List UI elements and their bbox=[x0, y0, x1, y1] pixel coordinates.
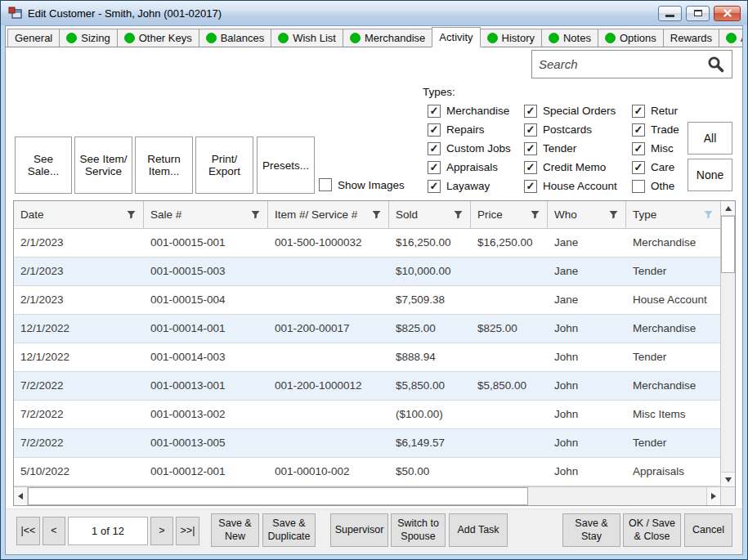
see-sale-button[interactable]: See Sale... bbox=[15, 137, 72, 194]
cell-item bbox=[268, 401, 389, 428]
cell-price bbox=[471, 286, 548, 314]
scroll-up-button[interactable] bbox=[721, 201, 735, 216]
tab-label: Rewards bbox=[670, 32, 712, 44]
table-row[interactable]: 7/2/2022001-00013-001001-200-1000012$5,8… bbox=[14, 372, 720, 401]
tab-other-keys[interactable]: Other Keys bbox=[117, 29, 199, 47]
vertical-scrollbar[interactable] bbox=[720, 201, 735, 486]
switch-to-spouse-button[interactable]: Switch to Spouse bbox=[391, 513, 446, 547]
save-and-new-button[interactable]: Save & New bbox=[211, 513, 259, 547]
tab-appointments[interactable]: Appointments bbox=[719, 29, 743, 47]
maximize-button[interactable] bbox=[686, 6, 710, 21]
column-header-price[interactable]: Price bbox=[471, 201, 548, 228]
table-row[interactable]: 12/1/2022001-00014-003$888.94JohnTender bbox=[14, 343, 720, 372]
table-row[interactable]: 2/1/2023001-00015-003$10,000.00JaneTende… bbox=[14, 258, 720, 286]
checkbox[interactable] bbox=[428, 180, 441, 193]
ok-save-close-button[interactable]: OK / Save & Close bbox=[623, 513, 681, 547]
column-header-item-service[interactable]: Item #/ Service # bbox=[268, 201, 389, 228]
table-row[interactable]: 2/1/2023001-00015-004$7,509.38JaneHouse … bbox=[14, 286, 720, 315]
tab-options[interactable]: Options bbox=[598, 29, 664, 47]
type-returns[interactable]: Retur bbox=[632, 101, 686, 120]
checkbox[interactable] bbox=[632, 180, 645, 193]
table-row[interactable]: 7/2/2022001-00013-005$6,149.57JohnTender bbox=[14, 429, 720, 458]
see-item-service-button[interactable]: See Item/ Service bbox=[74, 137, 132, 194]
checkbox[interactable] bbox=[428, 105, 441, 118]
close-button[interactable] bbox=[714, 6, 741, 21]
save-and-stay-button[interactable]: Save & Stay bbox=[562, 513, 620, 547]
type-postcards[interactable]: Postcards bbox=[524, 120, 645, 139]
filter-icon[interactable] bbox=[127, 210, 136, 219]
supervisor-button[interactable]: Supervisor bbox=[330, 513, 388, 547]
page-prev-button[interactable]: < bbox=[43, 517, 65, 545]
type-special-orders[interactable]: Special Orders bbox=[524, 101, 645, 120]
cell-date: 12/1/2022 bbox=[14, 343, 144, 371]
search-input[interactable] bbox=[539, 57, 706, 71]
tab-general[interactable]: General bbox=[7, 29, 60, 47]
checkbox[interactable] bbox=[524, 123, 537, 137]
type-trades[interactable]: Trade bbox=[632, 120, 686, 139]
cancel-button[interactable]: Cancel bbox=[684, 513, 732, 547]
column-header-sold[interactable]: Sold bbox=[389, 201, 471, 228]
checkbox[interactable] bbox=[632, 105, 645, 118]
checkbox[interactable] bbox=[428, 161, 441, 174]
type-tender[interactable]: Tender bbox=[524, 139, 645, 158]
add-task-button[interactable]: Add Task bbox=[449, 513, 508, 547]
tab-activity[interactable]: Activity bbox=[432, 27, 480, 47]
tab-merchandise[interactable]: Merchandise bbox=[343, 29, 432, 47]
filter-icon-active[interactable] bbox=[704, 210, 713, 219]
show-images-toggle[interactable]: Show Images bbox=[319, 178, 405, 191]
presets-button[interactable]: Presets... bbox=[257, 137, 315, 194]
filter-icon[interactable] bbox=[251, 210, 260, 219]
checkbox[interactable] bbox=[632, 161, 645, 174]
checkbox[interactable] bbox=[632, 123, 645, 137]
column-header-who[interactable]: Who bbox=[548, 201, 626, 228]
column-header-type[interactable]: Type bbox=[626, 201, 720, 228]
filter-icon[interactable] bbox=[454, 210, 463, 219]
checkbox[interactable] bbox=[428, 142, 441, 155]
checkbox[interactable] bbox=[524, 105, 537, 118]
tab-label: Options bbox=[620, 32, 656, 44]
checkbox[interactable] bbox=[632, 142, 645, 155]
save-and-duplicate-button[interactable]: Save & Duplicate bbox=[262, 513, 316, 547]
filter-icon[interactable] bbox=[372, 210, 381, 219]
page-last-button[interactable]: >>| bbox=[176, 517, 199, 545]
checkbox[interactable] bbox=[524, 142, 537, 155]
tab-history[interactable]: History bbox=[480, 29, 542, 47]
scroll-right-button[interactable] bbox=[706, 487, 720, 505]
filter-icon[interactable] bbox=[609, 210, 618, 219]
type-other[interactable]: Othe bbox=[632, 177, 686, 195]
none-button[interactable]: None bbox=[688, 159, 732, 191]
horizontal-scroll-thumb[interactable] bbox=[28, 487, 528, 505]
tab-wish-list[interactable]: Wish List bbox=[271, 29, 343, 47]
tab-balances[interactable]: Balances bbox=[199, 29, 271, 47]
tab-notes[interactable]: Notes bbox=[541, 29, 598, 47]
table-row[interactable]: 5/10/2022001-00012-001001-00010-002$50.0… bbox=[14, 458, 720, 486]
type-credit-memo[interactable]: Credit Memo bbox=[524, 158, 645, 177]
table-row[interactable]: 2/1/2023001-00015-001001-500-1000032$16,… bbox=[14, 229, 720, 258]
scroll-left-button[interactable] bbox=[14, 487, 28, 505]
print-export-button[interactable]: Print/ Export bbox=[195, 137, 253, 194]
checkbox[interactable] bbox=[524, 180, 537, 193]
page-next-button[interactable]: > bbox=[150, 517, 173, 545]
column-header-date[interactable]: Date bbox=[14, 201, 144, 228]
minimize-button[interactable] bbox=[658, 6, 682, 21]
vertical-scroll-thumb[interactable] bbox=[721, 216, 735, 273]
horizontal-scrollbar[interactable] bbox=[14, 486, 720, 505]
checkbox[interactable] bbox=[524, 161, 537, 174]
tab-sizing[interactable]: Sizing bbox=[59, 29, 117, 47]
type-misc[interactable]: Misc bbox=[632, 139, 686, 158]
scroll-down-button[interactable] bbox=[721, 472, 735, 486]
type-care[interactable]: Care bbox=[632, 158, 686, 177]
return-item-button[interactable]: Return Item... bbox=[135, 137, 193, 194]
app-icon bbox=[8, 7, 22, 20]
table-row[interactable]: 7/2/2022001-00013-002($100.00)JohnMisc I… bbox=[14, 401, 720, 429]
search-icon[interactable] bbox=[706, 55, 725, 74]
show-images-checkbox[interactable] bbox=[319, 178, 332, 191]
filter-icon[interactable] bbox=[531, 210, 540, 219]
column-header-sale[interactable]: Sale # bbox=[144, 201, 268, 228]
type-house-account[interactable]: House Account bbox=[524, 177, 645, 195]
tab-rewards[interactable]: Rewards bbox=[663, 29, 719, 47]
table-row[interactable]: 12/1/2022001-00014-001001-200-00017$825.… bbox=[14, 315, 720, 343]
checkbox[interactable] bbox=[428, 123, 441, 137]
all-button[interactable]: All bbox=[688, 122, 732, 155]
page-first-button[interactable]: |<< bbox=[16, 517, 40, 545]
